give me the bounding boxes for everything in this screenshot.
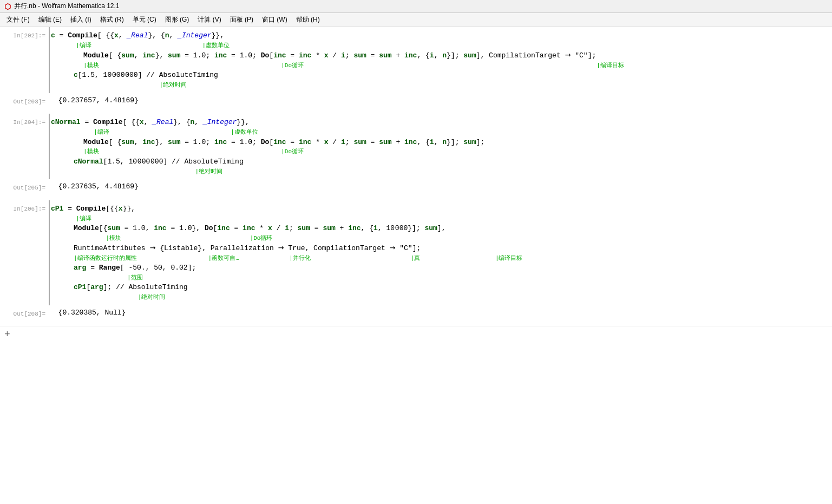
code-line: cP1 = Compile[{{x}}, <box>51 204 828 215</box>
code-line: arg = Range[ -50., 50, 0.02]; <box>51 263 828 274</box>
annot-line: |模块 |Do循环 <box>51 148 828 156</box>
menu-item[interactable]: 帮助 (H) <box>292 14 324 25</box>
menu-item[interactable]: 插入 (I) <box>66 14 96 25</box>
code-line: cNormal[1.5, 10 000 000] // AbsoluteTimi… <box>51 156 828 168</box>
cell-content-out205: {0.237635, 4.48169} <box>49 179 832 195</box>
cell-content-out203: {0.237657, 4.48169} <box>49 93 832 109</box>
title-bar: ⬡ 并行.nb - Wolfram Mathematica 12.1 <box>0 0 832 13</box>
cell-content-in204[interactable]: cNormal = Compile[ {{x, _Real}, {n, _Int… <box>49 114 832 179</box>
code-line: Module[ {sum, inc}, sum = 1.0; inc = 1.0… <box>51 137 828 148</box>
app-icon: ⬡ <box>4 2 11 11</box>
menu-item[interactable]: 面板 (P) <box>226 14 258 25</box>
output-value: {0.237635, 4.48169} <box>50 181 828 193</box>
cell-in-206: In[206]:= cP1 = Compile[{{x}}, |编译 Modul… <box>0 200 832 305</box>
cell-label-in204: In[204]:= <box>0 114 49 179</box>
output-value: {0.320385, Null} <box>50 307 828 319</box>
cell-label-out205: Out[205]= <box>0 179 49 195</box>
cell-label-out208: Out[208]= <box>0 305 49 321</box>
menu-item[interactable]: 编辑 (E) <box>34 14 66 25</box>
menu-item[interactable]: 窗口 (W) <box>258 14 292 25</box>
cell-label-in202: In[202]:= <box>0 27 49 93</box>
cell-content-in206[interactable]: cP1 = Compile[{{x}}, |编译 Module[{sum = 1… <box>49 200 832 305</box>
cell-content-in202[interactable]: c = Compile[ {{x, _Real}, {n, _Integer}}… <box>49 27 832 93</box>
menu-item[interactable]: 计算 (V) <box>193 14 225 25</box>
cell-out-208: Out[208]= {0.320385, Null} <box>0 305 832 321</box>
code-line: Module[{sum = 1.0, inc = 1.0}, Do[inc = … <box>51 223 828 234</box>
cell-label-out203: Out[203]= <box>0 93 49 109</box>
cell-content-out208: {0.320385, Null} <box>49 305 832 321</box>
annot-line: |编译 |虚数单位 <box>51 42 828 50</box>
add-cell-bar[interactable]: + <box>0 326 832 342</box>
menu-bar: 文件 (F)编辑 (E)插入 (I)格式 (R)单元 (C)图形 (G)计算 (… <box>0 13 832 27</box>
annot-line: |绝对时间 <box>51 168 828 176</box>
code-line: cP1[arg]; // AbsoluteTiming <box>51 282 828 293</box>
code-line: RuntimeAttributes → {Listable}, Parallel… <box>51 243 828 254</box>
annot-line: |绝对时间 <box>51 81 828 89</box>
code-line: c = Compile[ {{x, _Real}, {n, _Integer}}… <box>51 30 828 42</box>
annot-line: |编译 |虚数单位 <box>51 128 828 136</box>
menu-item[interactable]: 图形 (G) <box>161 14 194 25</box>
output-value: {0.237657, 4.48169} <box>50 95 828 107</box>
annot-line: |模块 |Do循环 <box>51 234 828 243</box>
annot-line: |编译 <box>51 215 828 223</box>
cell-out-203: Out[203]= {0.237657, 4.48169} <box>0 93 832 109</box>
annot-line: |编译函数运行时的属性 |函数可自… |并行化 |真 |编译目标 <box>51 254 828 263</box>
cell-out-205: Out[205]= {0.237635, 4.48169} <box>0 179 832 195</box>
annot-line: |绝对时间 <box>51 293 828 302</box>
annot-line: |模块 |Do循环 |编译目标 <box>51 62 828 70</box>
menu-item[interactable]: 单元 (C) <box>128 14 161 25</box>
add-cell-button[interactable]: + <box>4 329 10 340</box>
menu-item[interactable]: 文件 (F) <box>2 14 34 25</box>
annot-line: |范围 <box>51 274 828 282</box>
cell-label-in206: In[206]:= <box>0 200 49 305</box>
notebook: In[202]:= c = Compile[ {{x, _Real}, {n, … <box>0 27 832 342</box>
code-line: c[1.5, 10 000 000] // AbsoluteTiming <box>51 70 828 81</box>
menu-item[interactable]: 格式 (R) <box>96 14 128 25</box>
window-title: 并行.nb - Wolfram Mathematica 12.1 <box>14 2 120 11</box>
code-line: Module[ {sum, inc}, sum = 1.0; inc = 1.0… <box>51 50 828 62</box>
cell-in-202: In[202]:= c = Compile[ {{x, _Real}, {n, … <box>0 27 832 93</box>
code-line: cNormal = Compile[ {{x, _Real}, {n, _Int… <box>51 117 828 128</box>
cell-in-204: In[204]:= cNormal = Compile[ {{x, _Real}… <box>0 114 832 179</box>
